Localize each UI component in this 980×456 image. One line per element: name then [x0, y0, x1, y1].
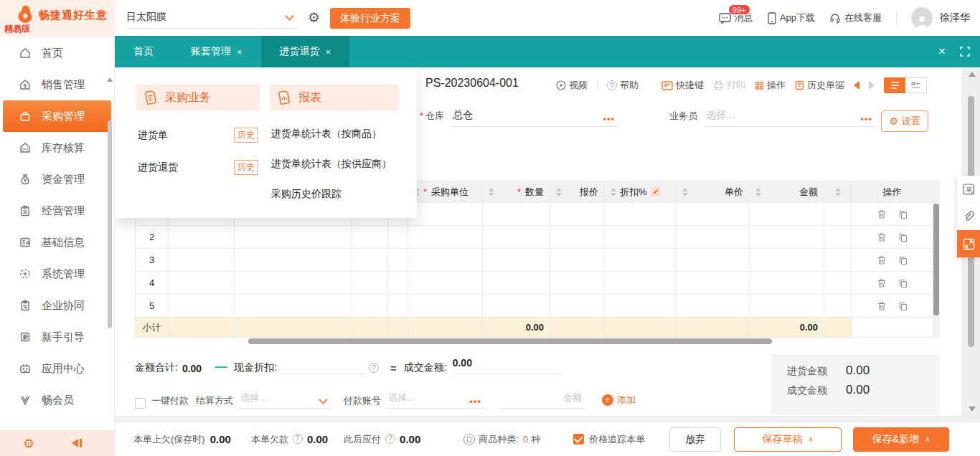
sort-icon[interactable]	[755, 188, 761, 196]
list-view-button[interactable]	[884, 77, 905, 93]
scroll-down-icon[interactable]	[969, 407, 976, 412]
cash-discount-input[interactable]	[281, 357, 364, 374]
sidebar-item-system[interactable]: 系统管理	[0, 258, 114, 290]
video-button[interactable]: 视频	[556, 79, 588, 92]
history-badge[interactable]: 历史	[234, 128, 258, 143]
sidebar-item-beginner-guide[interactable]: 新 新手引导	[0, 321, 114, 353]
attachment-button[interactable]	[957, 203, 980, 230]
history-documents-button[interactable]: 历史单据	[795, 79, 844, 92]
expand-button[interactable]	[957, 230, 980, 257]
settle-method-select[interactable]: 选择...	[239, 391, 331, 409]
prev-document-icon[interactable]	[854, 81, 859, 90]
draft-button[interactable]: 草	[957, 176, 980, 203]
price-track-toggle[interactable]: 价格追踪本单	[573, 433, 645, 446]
sort-icon[interactable]	[489, 188, 494, 196]
menu-item-purchase-order[interactable]: 进货单 历史	[136, 128, 260, 143]
warehouse-input[interactable]: 总仓 •••	[451, 109, 618, 127]
table-horizontal-scrollbar[interactable]	[135, 337, 940, 346]
delete-row-icon[interactable]	[877, 232, 887, 242]
add-payment-button[interactable]: + 添加	[602, 394, 636, 409]
online-support-link[interactable]: 在线客服	[829, 11, 882, 24]
account-settings-gear-icon[interactable]: ⚙	[308, 9, 320, 25]
ellipsis-picker-icon[interactable]: •••	[603, 116, 615, 122]
sort-icon[interactable]	[556, 188, 562, 196]
checked-checkbox-icon[interactable]	[573, 434, 584, 445]
table-hscroll-thumb[interactable]	[248, 338, 772, 344]
one-click-pay-checkbox[interactable]	[135, 398, 146, 409]
pay-account-select[interactable]: 选择... •••	[387, 391, 484, 409]
fullscreen-icon[interactable]	[960, 47, 970, 57]
menu-item-report-by-supplier[interactable]: 进货单统计表（按供应商）	[270, 158, 399, 171]
print-button[interactable]: 打印	[713, 79, 745, 92]
question-circle-icon[interactable]	[369, 363, 379, 373]
abandon-button[interactable]: 放弃	[669, 427, 721, 452]
settings-button[interactable]: ⚙ 设置	[881, 110, 928, 132]
sidebar-item-operations[interactable]: 经营管理	[0, 195, 114, 227]
sidebar-item-funds[interactable]: ¥ 资金管理	[0, 163, 114, 195]
close-tab-icon[interactable]: ×	[326, 47, 331, 57]
sidebar-item-purchase[interactable]: 采购管理	[3, 100, 111, 132]
table-row[interactable]: 3	[136, 249, 933, 272]
menu-item-report-by-product[interactable]: 进货单统计表（按商品）	[270, 128, 399, 141]
app-download-link[interactable]: App下载	[768, 11, 815, 24]
sidebar-item-home[interactable]: 首页	[0, 37, 114, 69]
trial-plan-button[interactable]: 体验行业方案	[330, 8, 410, 29]
scroll-up-icon[interactable]	[107, 77, 113, 82]
sort-icon[interactable]	[835, 188, 841, 196]
delete-row-icon[interactable]	[877, 301, 887, 311]
hotkeys-button[interactable]: 快捷键	[661, 79, 704, 92]
save-and-new-button[interactable]: 保存&新增	[853, 427, 949, 452]
tab-home[interactable]: 首页	[115, 36, 172, 67]
ellipsis-picker-icon[interactable]: •••	[860, 116, 872, 122]
scroll-up-icon[interactable]	[969, 72, 976, 77]
close-tab-icon[interactable]: ×	[237, 47, 242, 57]
question-circle-icon[interactable]	[293, 434, 303, 444]
table-row[interactable]: 5	[136, 295, 933, 318]
next-document-icon[interactable]	[869, 81, 875, 90]
sidebar-scroll-thumb[interactable]	[108, 120, 112, 328]
sidebar-item-inventory[interactable]: 库存核算	[0, 132, 114, 163]
messages-link[interactable]: 消息 99+	[719, 11, 753, 24]
actions-button[interactable]: 操作	[755, 79, 786, 92]
sidebar-scrollbar[interactable]	[107, 77, 113, 456]
sidebar-item-basic-info[interactable]: A 基础信息	[0, 227, 114, 258]
sidebar-settings-gear-icon[interactable]: ⚙	[23, 436, 34, 451]
tab-account-management[interactable]: 账套管理×	[172, 36, 261, 67]
user-avatar[interactable]	[911, 7, 933, 29]
history-badge[interactable]: 历史	[234, 160, 258, 175]
tab-purchase-return[interactable]: 进货退货×	[261, 36, 350, 67]
question-circle-icon[interactable]	[385, 434, 395, 444]
menu-item-price-history[interactable]: 采购历史价跟踪	[270, 188, 399, 201]
help-button[interactable]: 帮助	[607, 79, 639, 92]
ellipsis-picker-icon[interactable]: •••	[469, 399, 481, 404]
copy-row-icon[interactable]	[898, 278, 908, 288]
delete-row-icon[interactable]	[877, 209, 887, 219]
copy-row-icon[interactable]	[898, 232, 908, 242]
collapse-sidebar-icon[interactable]	[72, 439, 82, 447]
sort-icon[interactable]	[682, 188, 688, 196]
account-set-select[interactable]: 日太阳膜	[126, 6, 297, 29]
deal-amount-input[interactable]: 0.00	[453, 357, 560, 374]
table-vertical-scrollbar[interactable]	[933, 181, 940, 337]
sidebar-item-member[interactable]: 畅会员	[0, 384, 114, 416]
copy-row-icon[interactable]	[898, 209, 908, 219]
save-draft-button[interactable]: 保存草稿	[734, 427, 842, 452]
pay-amount-input[interactable]: 金额	[500, 391, 585, 409]
detail-view-button[interactable]	[905, 77, 927, 93]
copy-row-icon[interactable]	[898, 255, 908, 265]
sort-icon[interactable]	[611, 188, 616, 196]
sidebar-item-app-center[interactable]: 应用中心	[0, 353, 114, 384]
table-row[interactable]: 4	[136, 272, 933, 295]
salesman-input[interactable]: 选择... •••	[705, 109, 875, 127]
copy-row-icon[interactable]	[898, 301, 908, 311]
sidebar-item-collaboration[interactable]: 企业协同	[0, 290, 114, 321]
menu-item-purchase-return[interactable]: 进货退货 历史	[136, 160, 260, 175]
close-all-tabs-icon[interactable]: ×	[938, 44, 946, 59]
delete-row-icon[interactable]	[877, 255, 887, 265]
table-row[interactable]: 2	[136, 226, 933, 249]
table-scroll-thumb[interactable]	[933, 204, 939, 315]
delete-row-icon[interactable]	[877, 278, 887, 288]
username-label[interactable]: 徐泽华	[940, 11, 970, 24]
sidebar-item-sales[interactable]: $ 销售管理	[0, 69, 114, 100]
edit-icon[interactable]	[651, 187, 660, 196]
